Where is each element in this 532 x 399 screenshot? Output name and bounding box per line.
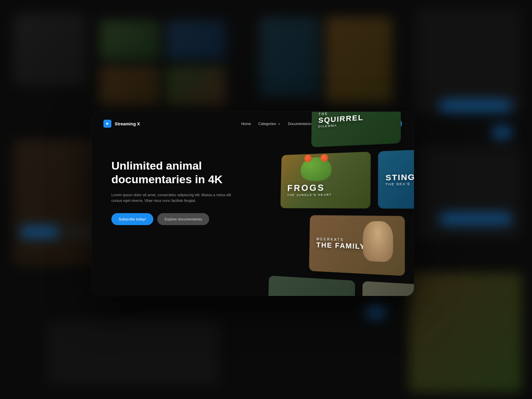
nav-home[interactable]: Home bbox=[241, 122, 251, 126]
poster-frogs[interactable]: FROGS THE JUNGLE'S HEART bbox=[280, 152, 371, 208]
frog-illustration bbox=[301, 157, 332, 181]
poster-grid: THE SQUIRREL DILEMMA FROGS THE JUNGLE'S … bbox=[265, 112, 414, 296]
poster-the-he[interactable]: THE HE bbox=[362, 281, 414, 296]
hero-card: Streaming X Home Categories Documentarie… bbox=[91, 112, 414, 296]
nav-label: Home bbox=[241, 122, 251, 126]
poster-sting[interactable]: STING THE SEA'S bbox=[378, 148, 414, 209]
play-icon bbox=[103, 120, 111, 128]
brand-logo[interactable]: Streaming X bbox=[103, 120, 238, 128]
poster-title: FROGS bbox=[287, 182, 363, 193]
poster-subtitle: THE JUNGLE'S HEART bbox=[287, 193, 363, 197]
hero-description: Lorem ipsum dolor sit amet, consectetur … bbox=[111, 192, 231, 204]
hero-title: Unlimited animal documentaries in 4K bbox=[111, 159, 231, 186]
poster-title: STING bbox=[386, 172, 414, 182]
poster-subtitle: THE SEA'S bbox=[386, 182, 414, 186]
hero-actions: Subscribe today! Explore documentaries bbox=[111, 213, 231, 225]
brand-name: Streaming X bbox=[115, 121, 140, 126]
poster-the-eye[interactable]: THE EYE bbox=[268, 276, 355, 296]
hero-section: Unlimited animal documentaries in 4K Lor… bbox=[91, 136, 231, 225]
explore-documentaries-button[interactable]: Explore documentaries bbox=[157, 213, 209, 225]
subscribe-today-button[interactable]: Subscribe today! bbox=[111, 213, 153, 225]
poster-meerkats[interactable]: MEERKATS THE FAMILY bbox=[309, 215, 405, 276]
meerkat-illustration bbox=[363, 221, 393, 262]
poster-squirrel[interactable]: THE SQUIRREL DILEMMA bbox=[311, 112, 401, 147]
poster-title: THE FAMILY bbox=[316, 241, 365, 251]
